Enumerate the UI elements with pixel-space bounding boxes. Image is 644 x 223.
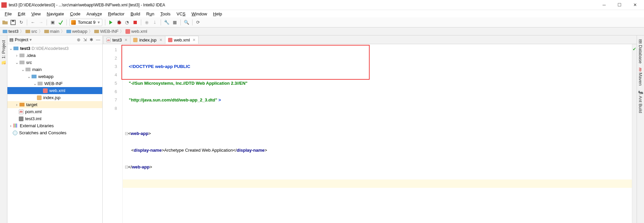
update-icon[interactable]: ⟳ bbox=[195, 19, 201, 25]
twisty-icon[interactable]: › bbox=[15, 53, 19, 58]
back-icon[interactable]: ← bbox=[30, 19, 36, 25]
twisty-icon[interactable]: ⌄ bbox=[9, 46, 13, 51]
menu-code[interactable]: Code bbox=[67, 11, 83, 17]
bc-webapp[interactable]: webapp bbox=[66, 28, 88, 34]
target-folder-icon bbox=[19, 103, 24, 106]
bc-webinf[interactable]: WEB-INF bbox=[94, 28, 119, 34]
project-tree[interactable]: ⌄ test3 D:\IDEA\code\test3 › .idea ⌄ src… bbox=[7, 44, 102, 223]
tree-scratches[interactable]: Scratches and Consoles bbox=[7, 129, 102, 136]
bc-file[interactable]: web.xml bbox=[125, 28, 148, 34]
close-tab-icon[interactable]: ✕ bbox=[124, 38, 127, 42]
sidebar-ant-tab[interactable]: 🐜 Ant Build bbox=[638, 87, 643, 115]
attach-icon[interactable]: ⤓ bbox=[152, 19, 158, 25]
twisty-icon[interactable]: › bbox=[9, 123, 13, 128]
project-icon: ▤ bbox=[9, 37, 13, 42]
tree-main[interactable]: ⌄ main bbox=[7, 66, 102, 73]
right-tool-strip: 🗄 Database m Maven 🐜 Ant Build bbox=[637, 35, 644, 223]
minimize-button[interactable]: ─ bbox=[596, 0, 612, 10]
gear-icon[interactable]: ✱ bbox=[90, 37, 93, 42]
menu-navigate[interactable]: Navigate bbox=[44, 11, 66, 17]
search-icon[interactable]: 🔍 bbox=[183, 19, 190, 25]
tree-idea[interactable]: › .idea bbox=[7, 52, 102, 59]
tree-webinf[interactable]: ⌄ WEB-INF bbox=[7, 80, 102, 87]
sidebar-maven-tab[interactable]: m Maven bbox=[638, 66, 643, 88]
tree-webxml[interactable]: web.xml bbox=[7, 87, 102, 94]
menu-file[interactable]: File bbox=[2, 11, 14, 17]
sidebar-database-tab[interactable]: 🗄 Database bbox=[638, 38, 643, 66]
bc-main[interactable]: main bbox=[44, 28, 60, 34]
locate-icon[interactable]: ⊕ bbox=[77, 37, 80, 42]
tab-webxml[interactable]: web.xml ✕ bbox=[165, 36, 199, 44]
tab-indexjsp[interactable]: index.jsp ✕ bbox=[130, 36, 165, 44]
coverage-icon[interactable]: ◔ bbox=[124, 19, 130, 25]
run-config-selector[interactable]: Tomcat 9 ▾ bbox=[69, 19, 102, 26]
tree-external-libs[interactable]: › External Libraries bbox=[7, 122, 102, 129]
menu-run[interactable]: Run bbox=[144, 11, 157, 17]
bc-sep: 〉 bbox=[20, 28, 24, 34]
structure-icon[interactable]: ▦ bbox=[172, 19, 178, 25]
build-icon[interactable] bbox=[58, 19, 64, 25]
twisty-icon[interactable]: ⌄ bbox=[33, 81, 37, 86]
tree-webapp[interactable]: ⌄ webapp bbox=[7, 73, 102, 80]
tree-label: .idea bbox=[26, 53, 36, 58]
editor-body[interactable]: 1 2 3 4 5 6 7 8 <!DOCTYPE web-app PUBLIC… bbox=[103, 44, 637, 223]
wrench-icon[interactable]: 🔧 bbox=[164, 19, 170, 25]
folder-icon bbox=[19, 61, 24, 64]
code-content[interactable]: <!DOCTYPE web-app PUBLIC "-//Sun Microsy… bbox=[123, 44, 632, 223]
tab-test3[interactable]: m test3 ✕ bbox=[103, 36, 130, 44]
line-number: 5 bbox=[103, 79, 117, 87]
tree-target[interactable]: › target bbox=[7, 101, 102, 108]
save-all-icon[interactable] bbox=[10, 19, 16, 25]
sync-icon[interactable]: ↻ bbox=[18, 19, 24, 25]
jsp-file-icon bbox=[37, 95, 42, 100]
collapse-panel-icon[interactable]: — bbox=[96, 37, 100, 42]
project-view-selector[interactable]: ▤ Project ▾ bbox=[9, 37, 32, 42]
tree-pom[interactable]: m pom.xml bbox=[7, 108, 102, 115]
maven-file-icon: m bbox=[106, 38, 111, 42]
bc-root[interactable]: test3 bbox=[2, 28, 19, 34]
fold-icon[interactable]: ⊟ bbox=[125, 129, 128, 138]
maximize-button[interactable]: ☐ bbox=[612, 0, 627, 10]
run-icon[interactable] bbox=[108, 19, 114, 25]
tree-path: D:\IDEA\code\test3 bbox=[32, 46, 69, 51]
breadcrumb: test3 〉 src 〉 main 〉 webapp 〉 WEB-INF 〉 … bbox=[0, 27, 644, 35]
menu-analyze[interactable]: Analyze bbox=[84, 11, 105, 17]
menu-build[interactable]: Build bbox=[128, 11, 143, 17]
twisty-icon[interactable]: › bbox=[15, 102, 19, 107]
menu-help[interactable]: Help bbox=[210, 11, 225, 17]
twisty-icon[interactable]: ⌄ bbox=[27, 74, 31, 79]
bc-src[interactable]: src bbox=[25, 28, 38, 34]
menu-edit[interactable]: Edit bbox=[15, 11, 28, 17]
tree-root[interactable]: ⌄ test3 D:\IDEA\code\test3 bbox=[7, 45, 102, 52]
twisty-icon[interactable]: ⌄ bbox=[15, 60, 19, 65]
menu-view[interactable]: View bbox=[29, 11, 43, 17]
project-panel: ▤ Project ▾ ⊕ ⇲ ✱ — ⌄ test3 D:\IDEA\code… bbox=[7, 35, 103, 223]
left-tool-strip: 📁 1: Project bbox=[0, 35, 7, 223]
nav-bar-icon[interactable]: ▣ bbox=[50, 19, 56, 25]
forward-icon[interactable]: → bbox=[38, 19, 44, 25]
tree-iml[interactable]: test3.iml bbox=[7, 115, 102, 122]
close-tab-icon[interactable]: ✕ bbox=[193, 38, 196, 42]
line-number: 8 bbox=[103, 104, 117, 113]
fold-icon[interactable]: ⊟ bbox=[125, 163, 128, 171]
sidebar-project-tab[interactable]: 📁 1: Project bbox=[1, 39, 6, 67]
editor-scrollbar[interactable]: ✔ bbox=[632, 44, 637, 223]
twisty-icon[interactable]: ⌄ bbox=[21, 67, 25, 72]
menu-window[interactable]: Window bbox=[189, 11, 210, 17]
tree-label: index.jsp bbox=[43, 95, 60, 100]
line-gutter[interactable]: 1 2 3 4 5 6 7 8 bbox=[103, 44, 123, 223]
close-button[interactable]: ✕ bbox=[627, 0, 643, 10]
menu-vcs[interactable]: VCS bbox=[174, 11, 188, 17]
close-tab-icon[interactable]: ✕ bbox=[159, 38, 162, 42]
menu-refactor[interactable]: Refactor bbox=[105, 11, 127, 17]
stop-icon[interactable] bbox=[132, 19, 138, 25]
breakpoint-icon[interactable]: ◉ bbox=[144, 19, 150, 25]
expand-all-icon[interactable]: ⇲ bbox=[83, 37, 87, 42]
debug-icon[interactable]: 🐞 bbox=[116, 19, 122, 25]
menu-tools[interactable]: Tools bbox=[158, 11, 173, 17]
open-icon[interactable] bbox=[2, 19, 8, 25]
tree-indexjsp[interactable]: index.jsp bbox=[7, 94, 102, 101]
tree-src[interactable]: ⌄ src bbox=[7, 59, 102, 66]
iml-file-icon bbox=[19, 117, 23, 121]
xml-file-icon bbox=[43, 88, 48, 93]
